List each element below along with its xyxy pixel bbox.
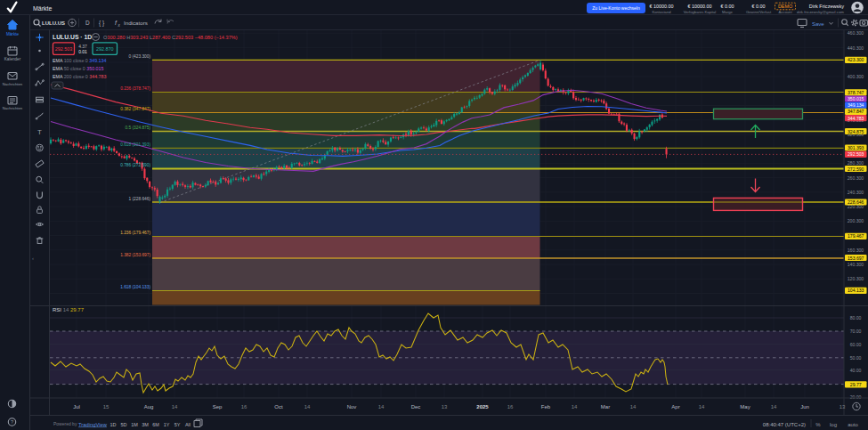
svg-text:1M: 1M	[131, 422, 138, 427]
svg-text:460.300: 460.300	[848, 30, 864, 36]
svg-text:RSI 14 29.77: RSI 14 29.77	[53, 307, 85, 312]
svg-text:Zu Live-Konto wechseln: Zu Live-Konto wechseln	[592, 5, 640, 11]
svg-text:4.37: 4.37	[78, 44, 87, 49]
svg-text:May: May	[740, 404, 750, 410]
svg-text:Oct: Oct	[274, 404, 283, 410]
svg-text:272.590: 272.590	[848, 166, 864, 172]
svg-text:228.646: 228.646	[848, 199, 864, 205]
svg-text:TradingView: TradingView	[78, 422, 108, 427]
svg-text:Feb: Feb	[541, 404, 551, 410]
svg-text:€ 10000.00: € 10000.00	[688, 4, 712, 9]
svg-text:1.618 (104.133): 1.618 (104.133)	[120, 285, 150, 289]
svg-text:EMA 200 close 0 344.783: EMA 200 close 0 344.783	[53, 74, 106, 79]
svg-text:324.875: 324.875	[848, 129, 864, 134]
svg-text:LULU.US · 1D: LULU.US · 1D	[53, 34, 92, 40]
svg-text:301.393: 301.393	[848, 145, 864, 150]
svg-text:Verfügbares Kapital: Verfügbares Kapital	[684, 10, 717, 14]
svg-text:120.300: 120.300	[848, 276, 864, 281]
svg-text:292.503: 292.503	[848, 151, 864, 157]
svg-text:Nachrichten: Nachrichten	[3, 106, 23, 110]
svg-text:0 (423.300): 0 (423.300)	[128, 54, 150, 59]
svg-text:€ 0.00: € 0.00	[721, 4, 734, 9]
svg-text:0.618 (301.393): 0.618 (301.393)	[120, 142, 150, 147]
svg-text:Märkte: Märkte	[33, 5, 53, 12]
svg-text:‹: ‹	[32, 256, 34, 261]
svg-text:Dirk Friczewsky: Dirk Friczewsky	[809, 4, 844, 9]
svg-text:Jul: Jul	[73, 404, 80, 410]
svg-text:Aug: Aug	[144, 404, 154, 410]
svg-text:Jun: Jun	[800, 404, 809, 410]
svg-text:70.00: 70.00	[850, 329, 862, 334]
svg-text:15: 15	[103, 404, 110, 410]
svg-text:1Y: 1Y	[164, 422, 170, 427]
svg-text:O300.280 H303.243 L287.400 C29: O300.280 H303.243 L287.400 C292.503 −48.…	[103, 35, 238, 40]
svg-text:Kalender: Kalender	[4, 57, 21, 61]
svg-text:1 (228.646): 1 (228.646)	[128, 197, 150, 201]
svg-text:D: D	[85, 20, 90, 26]
svg-text:378.747: 378.747	[848, 90, 864, 95]
svg-text:dirk.friczewsky@gmail.com: dirk.friczewsky@gmail.com	[797, 10, 844, 14]
svg-text:349.134: 349.134	[848, 102, 864, 108]
svg-text:3M: 3M	[142, 422, 149, 427]
svg-text:{ }: { }	[99, 20, 105, 27]
svg-text:0.5 (324.875): 0.5 (324.875)	[125, 126, 150, 130]
svg-text:T: T	[37, 128, 42, 136]
svg-text:14: 14	[172, 404, 178, 410]
svg-text:20.00: 20.00	[850, 394, 862, 400]
svg-text:5Y: 5Y	[174, 422, 181, 427]
svg-text:%: %	[815, 422, 821, 427]
svg-text:1.236 (179.467): 1.236 (179.467)	[120, 231, 150, 235]
svg-text:29.77: 29.77	[850, 382, 862, 387]
svg-text:140.300: 140.300	[848, 262, 864, 267]
svg-text:Apr: Apr	[671, 404, 679, 410]
svg-text:€ 0.00: € 0.00	[752, 4, 766, 9]
svg-text:Gewinn/Verlust: Gewinn/Verlust	[746, 10, 772, 14]
svg-text:292.870: 292.870	[96, 46, 114, 52]
svg-text:400.300: 400.300	[848, 74, 864, 79]
svg-text:14: 14	[699, 404, 705, 410]
svg-text:13: 13	[840, 404, 846, 410]
svg-text:160.300: 160.300	[848, 247, 864, 253]
svg-text:2025: 2025	[476, 404, 489, 410]
svg-text:5D: 5D	[120, 422, 126, 427]
svg-text:EMA 50 close 0 350.015: EMA 50 close 0 350.015	[53, 66, 104, 71]
svg-text:6M: 6M	[152, 422, 159, 427]
svg-text:Powered by: Powered by	[53, 421, 77, 426]
svg-text:LULU.US: LULU.US	[42, 20, 65, 26]
svg-text:179.467: 179.467	[848, 233, 864, 239]
svg-text:Save: Save	[812, 21, 824, 27]
svg-text:Märkte: Märkte	[6, 32, 19, 37]
svg-text:Indicators: Indicators	[124, 20, 148, 26]
svg-text:Nov: Nov	[347, 404, 357, 410]
svg-text:14: 14	[771, 404, 777, 410]
svg-text:16: 16	[241, 404, 247, 410]
svg-text:0.236 (378.747): 0.236 (378.747)	[120, 86, 150, 91]
svg-text:440.300: 440.300	[848, 45, 864, 51]
svg-text:423.300: 423.300	[848, 57, 864, 62]
svg-text:292.503: 292.503	[55, 46, 73, 52]
svg-text:DEMO: DEMO	[778, 4, 792, 9]
svg-text:14: 14	[378, 404, 385, 410]
svg-text:80.00: 80.00	[850, 315, 862, 320]
svg-text:Mar: Mar	[601, 404, 610, 410]
svg-text:13: 13	[442, 404, 448, 410]
svg-text:Account: Account	[778, 10, 792, 14]
svg-text:14: 14	[572, 404, 578, 410]
svg-text:16: 16	[507, 404, 514, 410]
svg-text:log: log	[830, 422, 837, 427]
svg-text:200.300: 200.300	[848, 218, 864, 223]
svg-text:344.783: 344.783	[848, 116, 864, 121]
svg-text:1D: 1D	[110, 422, 116, 427]
svg-text:347.847: 347.847	[848, 109, 864, 114]
svg-text:Dec: Dec	[411, 404, 421, 410]
svg-text:14: 14	[304, 404, 311, 410]
svg-text:?: ?	[11, 419, 13, 425]
svg-text:Kontostand: Kontostand	[652, 10, 671, 14]
svg-text:EMA 100 close 0 349.134: EMA 100 close 0 349.134	[53, 58, 106, 63]
svg-text:Nachrichten: Nachrichten	[3, 82, 23, 86]
svg-text:1.382 (153.697): 1.382 (153.697)	[120, 253, 150, 257]
svg-text:0.786 (272.590): 0.786 (272.590)	[120, 163, 150, 167]
svg-text:104.133: 104.133	[848, 288, 864, 293]
svg-text:153.697: 153.697	[848, 256, 864, 261]
svg-text:260.300: 260.300	[848, 175, 864, 181]
